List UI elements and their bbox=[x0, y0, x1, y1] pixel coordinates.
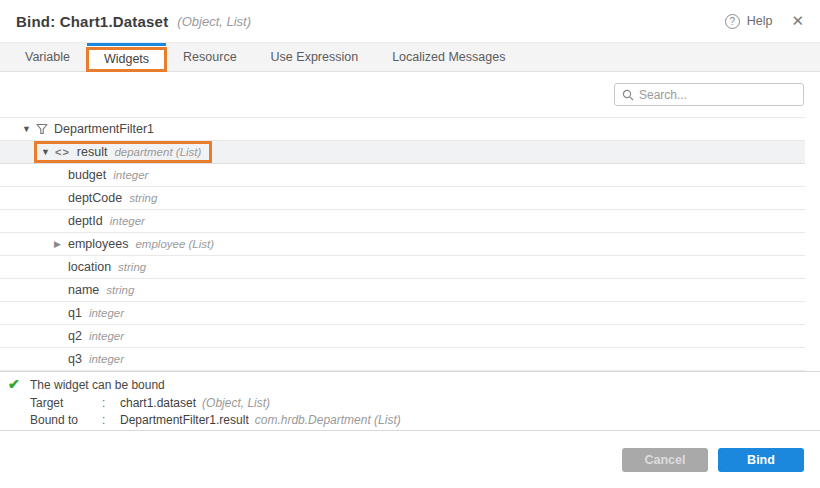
cancel-button[interactable]: Cancel bbox=[622, 448, 708, 472]
status-target-row: Target : chart1.dataset (Object, List) bbox=[8, 396, 804, 410]
tab-variable[interactable]: Variable bbox=[8, 43, 87, 71]
tree-row-q3[interactable]: q3 integer bbox=[0, 348, 805, 371]
tree-row-q1[interactable]: q1 integer bbox=[0, 302, 805, 325]
node-type: string bbox=[106, 284, 134, 296]
node-name: q2 bbox=[68, 329, 82, 343]
tree-row-deptid[interactable]: deptId integer bbox=[0, 210, 805, 233]
tree-row-employees[interactable]: ▶ employees employee (List) bbox=[0, 233, 805, 256]
node-type: integer bbox=[113, 169, 148, 181]
object-code-icon: <> bbox=[55, 146, 70, 158]
search-box[interactable] bbox=[614, 83, 804, 106]
tab-localized-messages[interactable]: Localized Messages bbox=[375, 43, 522, 71]
tree-row-deptcode[interactable]: deptCode string bbox=[0, 187, 805, 210]
status-message: The widget can be bound bbox=[8, 378, 804, 393]
success-check-icon: ✔ bbox=[8, 376, 20, 392]
tree-row-location[interactable]: location string bbox=[0, 256, 805, 279]
node-name: budget bbox=[68, 168, 106, 182]
filter-icon bbox=[36, 123, 48, 135]
annotation-highlight-result: ▼ <> result department (List) bbox=[34, 141, 212, 163]
tab-widgets-label: Widgets bbox=[104, 52, 149, 66]
tree-row-departmentfilter1[interactable]: ▼ DepartmentFilter1 bbox=[0, 118, 805, 141]
node-type: string bbox=[118, 261, 146, 273]
dialog-footer: Cancel Bind bbox=[0, 430, 820, 488]
node-type: integer bbox=[89, 307, 124, 319]
page-title: Bind: Chart1.Dataset bbox=[16, 13, 168, 30]
caret-collapsed-icon[interactable]: ▶ bbox=[54, 239, 68, 249]
status-separator: : bbox=[102, 413, 120, 427]
bind-button[interactable]: Bind bbox=[718, 448, 804, 472]
tab-resource[interactable]: Resource bbox=[166, 43, 254, 71]
tree-row-name[interactable]: name string bbox=[0, 279, 805, 302]
tree-row-result[interactable]: ▼ <> result department (List) bbox=[0, 141, 805, 164]
status-separator: : bbox=[102, 396, 120, 410]
node-name: location bbox=[68, 260, 111, 274]
node-type: integer bbox=[89, 353, 124, 365]
node-name: q1 bbox=[68, 306, 82, 320]
status-boundto-row: Bound to : DepartmentFilter1.result com.… bbox=[8, 413, 804, 427]
widgets-tree: ▼ DepartmentFilter1 ▼ <> result departme… bbox=[0, 117, 805, 371]
status-boundto-value: DepartmentFilter1.result bbox=[120, 413, 249, 427]
caret-expanded-icon[interactable]: ▼ bbox=[22, 124, 36, 134]
status-target-value: chart1.dataset bbox=[120, 396, 196, 410]
close-icon[interactable]: ✕ bbox=[791, 12, 804, 30]
header-actions: ? Help ✕ bbox=[725, 12, 804, 30]
binding-status-panel: ✔ The widget can be bound Target : chart… bbox=[0, 371, 820, 430]
bind-dialog: Bind: Chart1.Dataset (Object, List) ? He… bbox=[0, 0, 820, 488]
node-type: integer bbox=[89, 330, 124, 342]
node-name: deptCode bbox=[68, 191, 122, 205]
status-boundto-label: Bound to bbox=[30, 413, 102, 427]
status-boundto-type: com.hrdb.Department (List) bbox=[255, 413, 401, 427]
search-input[interactable] bbox=[639, 88, 796, 102]
search-icon bbox=[622, 89, 634, 101]
node-type: string bbox=[129, 192, 157, 204]
dialog-header: Bind: Chart1.Dataset (Object, List) ? He… bbox=[0, 0, 820, 42]
caret-expanded-icon[interactable]: ▼ bbox=[41, 147, 55, 157]
page-subtitle: (Object, List) bbox=[177, 13, 251, 29]
status-target-type: (Object, List) bbox=[202, 396, 270, 410]
node-type: integer bbox=[110, 215, 145, 227]
search-row bbox=[0, 72, 820, 117]
tree-row-budget[interactable]: budget integer bbox=[0, 164, 805, 187]
tab-widgets[interactable]: Widgets bbox=[87, 43, 166, 71]
node-name: result bbox=[77, 145, 108, 159]
tab-use-expression[interactable]: Use Expression bbox=[254, 43, 376, 71]
status-target-label: Target bbox=[30, 396, 102, 410]
tree-row-q2[interactable]: q2 integer bbox=[0, 325, 805, 348]
node-name: DepartmentFilter1 bbox=[54, 122, 154, 136]
node-name: employees bbox=[68, 237, 128, 251]
node-name: deptId bbox=[68, 214, 103, 228]
node-type: department (List) bbox=[114, 146, 201, 158]
node-name: name bbox=[68, 283, 99, 297]
help-icon[interactable]: ? bbox=[725, 14, 740, 29]
tab-bar: Variable Widgets Resource Use Expression… bbox=[0, 42, 820, 72]
node-name: q3 bbox=[68, 352, 82, 366]
help-link[interactable]: Help bbox=[747, 14, 773, 28]
node-type: employee (List) bbox=[135, 238, 214, 250]
